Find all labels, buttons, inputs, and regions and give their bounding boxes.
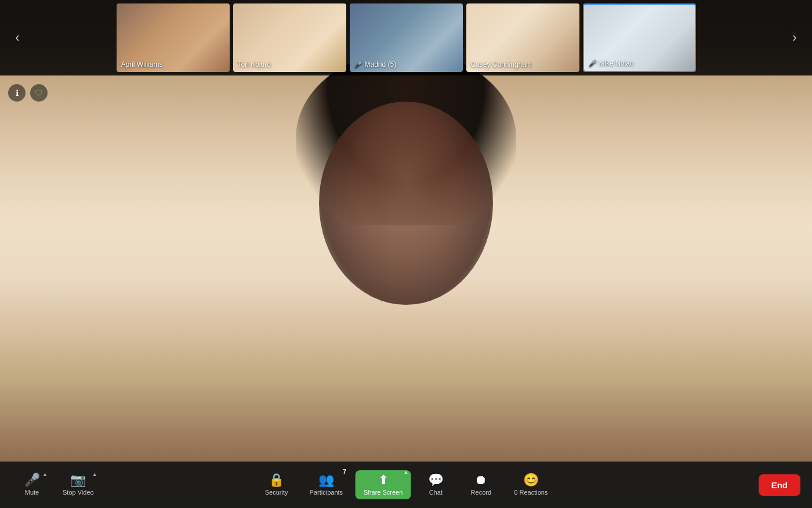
shield-icon: 🛡	[35, 88, 43, 98]
stop-video-label: Stop Video	[63, 489, 94, 496]
participant-strip: ‹ April Williams Tori Kojuro 🎤 Madrid (5…	[0, 0, 812, 75]
participant-thumb[interactable]: Tori Kojuro	[233, 3, 346, 72]
mute-chevron: ▲	[42, 471, 48, 477]
main-video	[0, 0, 812, 508]
info-badge[interactable]: ℹ	[8, 84, 26, 102]
participant-thumb[interactable]: 🎤 Madrid (5)	[350, 3, 463, 72]
chat-label: Chat	[429, 489, 443, 496]
nav-arrow-right[interactable]: ›	[783, 26, 806, 49]
toolbar-center: 🔒 Security 👥 7 Participants ▲ ⬆ Share Sc…	[256, 470, 556, 499]
security-badge[interactable]: 🛡	[30, 84, 48, 102]
chat-button[interactable]: 💬 Chat	[415, 470, 456, 499]
reactions-icon: 😊	[523, 474, 539, 487]
participant-thumb[interactable]: April Williams	[117, 3, 230, 72]
participants-button[interactable]: 👥 7 Participants	[302, 470, 351, 499]
end-button[interactable]: End	[759, 474, 800, 496]
chat-icon: 💬	[428, 474, 444, 487]
share-screen-label: Share Screen	[364, 489, 403, 496]
person-face	[319, 102, 493, 305]
reactions-button[interactable]: 😊 0 Reactions	[506, 470, 556, 499]
toolbar-left: ▲ 🎤 Mute ▲ 📷 Stop Video	[12, 470, 128, 499]
security-button[interactable]: 🔒 Security	[256, 470, 297, 499]
security-label: Security	[265, 489, 288, 496]
participant-thumbnails: April Williams Tori Kojuro 🎤 Madrid (5) …	[117, 3, 696, 72]
video-chevron: ▲	[92, 471, 97, 477]
top-left-icons: ℹ 🛡	[8, 84, 48, 102]
share-chevron: ▲	[403, 469, 408, 475]
participant-name-3: 🎤 Madrid (5)	[354, 60, 397, 69]
muted-icon: 🎤	[354, 61, 362, 69]
participant-name-4: Casey Cunningham	[471, 60, 532, 69]
stop-video-icon: 📷	[70, 474, 86, 487]
participant-name-1: April Williams	[121, 60, 163, 69]
mute-button[interactable]: ▲ 🎤 Mute	[12, 470, 52, 499]
toolbar: ▲ 🎤 Mute ▲ 📷 Stop Video 🔒 Security 👥 7 P…	[0, 462, 812, 508]
participants-label: Participants	[310, 489, 343, 496]
nav-arrow-left[interactable]: ‹	[6, 26, 29, 49]
muted-icon: 🎤	[589, 60, 597, 67]
stop-video-button[interactable]: ▲ 📷 Stop Video	[55, 470, 102, 499]
reactions-label: 0 Reactions	[514, 489, 548, 496]
participant-count-badge: 7	[343, 468, 346, 475]
security-icon: 🔒	[269, 474, 284, 487]
participant-thumb-active[interactable]: 🎤 Mike Nolan	[583, 3, 696, 72]
participants-icon: 👥	[318, 474, 334, 487]
mute-icon: 🎤	[24, 474, 40, 487]
participant-thumb[interactable]: Casey Cunningham	[466, 3, 579, 72]
record-label: Record	[471, 489, 491, 496]
share-screen-button[interactable]: ▲ ⬆ Share Screen	[356, 470, 411, 499]
participant-name-2: Tori Kojuro	[238, 60, 271, 69]
mute-label: Mute	[25, 489, 39, 496]
record-button[interactable]: ⏺ Record	[461, 470, 501, 499]
record-icon: ⏺	[474, 474, 487, 487]
toolbar-right: End	[742, 474, 800, 496]
info-icon: ℹ	[16, 88, 19, 98]
participant-name-5: 🎤 Mike Nolan	[589, 59, 634, 67]
share-screen-icon: ⬆	[378, 474, 389, 487]
